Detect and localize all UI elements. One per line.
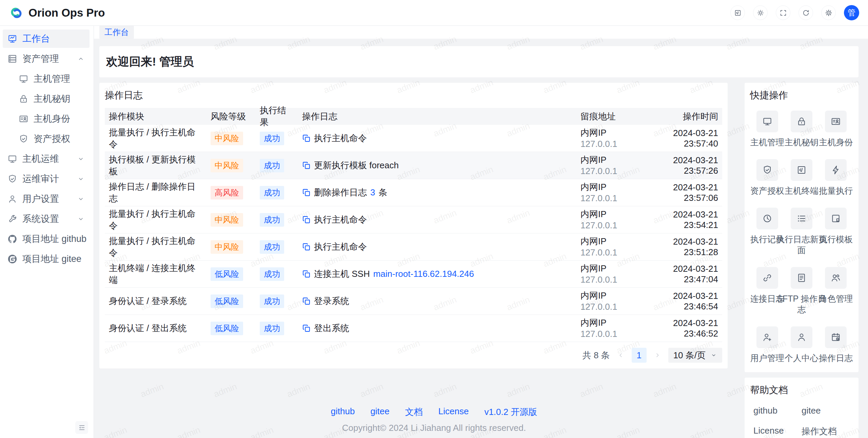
quick-action-sftp-operation-log[interactable]: SFTP 操作日志 [784,267,818,315]
copy-icon[interactable] [302,297,311,305]
log-text: 登录系统 [314,295,349,307]
log-link[interactable]: 3 [370,187,375,198]
sidebar-item-label: 用户设置 [22,193,72,205]
time-cell: 2024-03-21 23:57:06 [643,182,722,203]
history-icon [762,213,772,224]
sidebar-item-project-gitee[interactable]: 项目地址 gitee [3,250,90,268]
chevron-down-icon [77,195,85,203]
copy-icon[interactable] [302,324,311,332]
table-row: 操作日志 / 删除操作日志 高风险 成功 删除操作日志 3 条 内网IP 127… [105,179,722,206]
pagination-page-1[interactable]: 1 [632,348,647,363]
sidebar-collapse-button[interactable] [75,421,88,434]
footer-link[interactable]: gitee [370,406,389,418]
sidebar-menu: 工作台资产管理主机管理主机秘钥主机身份资产授权主机运维运维审计用户设置系统设置项… [0,30,94,268]
ip-label: 内网IP [580,290,638,301]
risk-badge: 低风险 [211,322,243,335]
quick-action-execution-log-new-page[interactable]: 执行日志新页面 [784,208,818,255]
ip-value: 127.0.0.1 [580,247,638,258]
pagination-prev-button[interactable] [617,351,625,359]
risk-cell: 低风险 [206,267,256,281]
calendar-icon [831,332,841,342]
quick-action-role-management[interactable]: 角色管理 [819,267,853,315]
monitor-icon [762,116,772,127]
log-text: 执行主机命令 [314,214,367,226]
sidebar-item-workbench[interactable]: 工作台 [3,30,90,48]
copy-icon[interactable] [302,243,311,251]
ip-cell: 内网IP 127.0.0.1 [576,290,643,312]
log-link[interactable]: main-root-116.62.194.246 [373,269,474,279]
risk-cell: 高风险 [206,186,256,199]
quick-action-label: 角色管理 [810,293,861,304]
pagination-total: 共 8 条 [583,349,610,361]
result-badge: 成功 [260,186,284,199]
footer-link[interactable]: v1.0.2 开源版 [484,406,537,418]
user-avatar[interactable]: 管 [844,5,859,20]
sidebar-item-project-github[interactable]: 项目地址 github [3,230,90,248]
copy-icon[interactable] [302,134,311,142]
tab-workbench[interactable]: 工作台 [99,25,134,39]
fullscreen-button[interactable] [776,5,790,20]
module-cell: 批量执行 / 执行主机命令 [105,208,206,232]
table-row: 批量执行 / 执行主机命令 中风险 成功 执行主机命令 内网IP 127.0.0… [105,206,722,233]
quick-action-host-identity[interactable]: 主机身份 [819,111,853,148]
log-cell: 执行主机命令 [298,132,576,144]
quick-action-batch-execute[interactable]: 批量执行 [819,159,853,196]
sun-icon [757,9,764,17]
user-icon [796,332,807,342]
sidebar-item-asset-authorization[interactable]: 资产授权 [3,130,90,148]
col-header-module: 操作模块 [105,111,206,122]
risk-badge: 中风险 [211,132,243,145]
sidebar-item-user-settings[interactable]: 用户设置 [3,190,90,208]
module-cell: 批量执行 / 执行主机命令 [105,235,206,259]
quick-action-execution-template[interactable]: 执行模板 [819,208,853,255]
copy-icon[interactable] [302,270,311,278]
sidebar-item-asset-management[interactable]: 资产管理 [3,50,90,68]
log-cell: 更新执行模板 foreach [298,159,576,171]
ip-label: 内网IP [580,127,638,138]
dashboard-icon [7,34,17,44]
lock-icon [19,94,28,104]
log-cell: 删除操作日志 3 条 [298,187,576,198]
sidebar-item-host-management[interactable]: 主机管理 [3,70,90,88]
api-code-button[interactable] [730,5,745,20]
copy-icon[interactable] [302,215,311,224]
copy-icon[interactable] [302,188,311,197]
app-header: Orion Ops Pro 管 [0,0,868,26]
quick-action-label: 操作日志 [810,353,861,363]
time-cell: 2024-03-21 23:47:04 [643,264,722,285]
copy-icon[interactable] [302,161,311,170]
module-cell: 操作日志 / 删除操作日志 [105,181,206,205]
quick-action-operation-log[interactable]: 操作日志 [819,326,853,363]
quick-action-label: 执行模板 [810,234,861,245]
col-header-time: 操作时间 [643,111,722,122]
log-text: 连接主机 SSH [314,268,370,280]
github-icon [7,234,17,244]
sidebar-item-host-identity[interactable]: 主机身份 [3,110,90,128]
table-row: 主机终端 / 连接主机终端 低风险 成功 连接主机 SSH main-root-… [105,261,722,288]
pagination-next-button[interactable] [653,351,662,359]
col-header-risk: 风险等级 [206,111,256,122]
settings-button[interactable] [821,5,836,20]
sidebar-item-system-settings[interactable]: 系统设置 [3,210,90,228]
page-size-select[interactable]: 10 条/页 [668,348,722,363]
shield-check-icon [762,165,772,175]
template-icon [831,213,841,224]
sidebar-item-host-keys[interactable]: 主机秘钥 [3,90,90,108]
log-text: 更新执行模板 foreach [314,159,399,171]
footer-link[interactable]: github [331,406,355,418]
refresh-button[interactable] [798,5,813,20]
footer-link[interactable]: 文档 [405,406,423,418]
time-cell: 2024-03-21 23:46:54 [643,291,722,312]
footer-link[interactable]: License [438,406,469,418]
users-icon [831,273,841,283]
sidebar-item-host-ops[interactable]: 主机运维 [3,150,90,168]
theme-toggle-button[interactable] [753,5,768,20]
log-cell: 连接主机 SSH main-root-116.62.194.246 [298,268,576,280]
risk-badge: 中风险 [211,213,243,227]
result-cell: 成功 [256,186,298,199]
risk-cell: 中风险 [206,159,256,172]
log-cell: 执行主机命令 [298,241,576,253]
chevron-down-icon [77,215,85,223]
result-badge: 成功 [260,294,284,308]
sidebar-item-ops-audit[interactable]: 运维审计 [3,170,90,188]
